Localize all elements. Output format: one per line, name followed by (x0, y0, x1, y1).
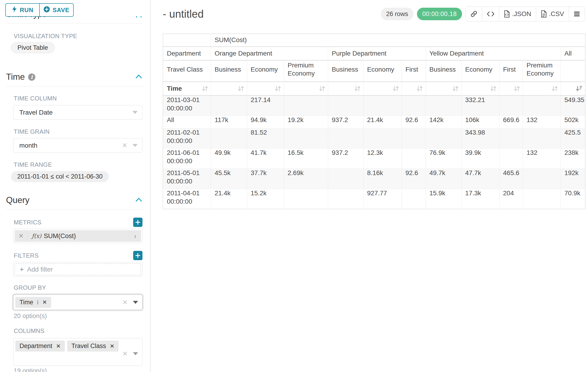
sort-icon[interactable] (274, 85, 282, 92)
collapse-section-icon[interactable] (135, 197, 143, 203)
time-range-pill[interactable]: 2011-01-01 ≤ col < 2011-06-30 (11, 171, 109, 182)
expand-metric-icon[interactable]: › (129, 230, 141, 242)
data-cell (499, 148, 523, 169)
visualization-type-label: VISUALIZATION TYPE (14, 32, 77, 40)
travel-class-axis-label: Travel Class (163, 60, 211, 82)
collapse-section-icon[interactable] (135, 74, 143, 80)
sort-icon[interactable] (392, 85, 399, 92)
sort-icon[interactable] (513, 85, 520, 92)
share-link-button[interactable] (466, 7, 482, 21)
sortable-column-header (461, 82, 499, 95)
row-header-time: 2011-05-01 00:00:00 (163, 169, 211, 189)
export-json-button[interactable]: .JSON (499, 7, 536, 21)
sort-icon[interactable] (238, 85, 244, 92)
remove-chip-icon[interactable]: ✕ (42, 299, 47, 306)
data-cell: 92.6 (402, 116, 426, 128)
chart-type-collapse-icon[interactable] (136, 16, 142, 17)
data-cell (402, 148, 426, 169)
pivot-table: SUM(Cost)DepartmentOrange DepartmentPurp… (163, 33, 586, 209)
data-cell (523, 95, 561, 116)
data-cell: 49.9k (211, 148, 247, 169)
time-grain-select[interactable]: month ✕ (13, 138, 142, 153)
run-button[interactable]: RUN (5, 3, 40, 17)
columns-label: COLUMNS (14, 327, 44, 335)
department-group-header: All (561, 46, 585, 60)
chevron-down-icon[interactable] (133, 111, 137, 114)
time-grain-value: month (19, 142, 122, 149)
data-cell (499, 128, 523, 148)
time-label: Time (167, 85, 182, 92)
data-cell: 21.4k (363, 116, 402, 128)
department-axis-label: Department (163, 46, 211, 60)
data-cell: 343.98 (461, 128, 499, 148)
columns-chips: Department✕Travel Class✕ (15, 340, 123, 351)
filters-label-row: FILTERS (14, 251, 142, 260)
data-cell (402, 128, 426, 148)
field-chip[interactable]: Travel Class✕ (67, 340, 118, 351)
link-icon (470, 11, 477, 17)
clear-icon[interactable]: ✕ (123, 350, 128, 358)
travel-class-header: First (499, 60, 523, 82)
export-csv-button[interactable]: .CSV (536, 7, 569, 21)
data-cell: 2.69k (284, 169, 328, 189)
data-cell: 76.9k (426, 148, 461, 169)
travel-class-header: Economy (461, 60, 499, 82)
chevron-down-icon[interactable] (133, 144, 137, 147)
remove-metric-icon[interactable]: ✕ (15, 230, 28, 242)
save-button[interactable]: SAVE (39, 3, 74, 17)
row-header-time: 2011-06-01 00:00:00 (163, 148, 211, 169)
chevron-down-icon[interactable] (133, 301, 138, 304)
field-chip[interactable]: Department✕ (15, 340, 65, 351)
remove-chip-icon[interactable]: ✕ (110, 343, 114, 350)
add-filter-dropzone[interactable]: + Add filter (15, 263, 141, 275)
sort-icon[interactable] (551, 85, 558, 92)
sort-icon[interactable] (452, 85, 459, 92)
plus-circle-icon (43, 6, 50, 14)
add-filter-button[interactable] (133, 251, 142, 260)
time-column-select[interactable]: Travel Date (13, 105, 142, 120)
sortable-column-header (328, 82, 363, 95)
data-cell (402, 95, 426, 116)
add-metric-button[interactable] (133, 218, 142, 227)
embed-code-button[interactable] (482, 7, 499, 21)
chevron-down-icon[interactable] (133, 352, 138, 355)
sort-icon[interactable] (319, 85, 326, 92)
filters-label: FILTERS (14, 252, 39, 259)
time-range-label: TIME RANGE (14, 161, 52, 168)
sortable-column-header (284, 82, 328, 95)
data-cell: 937.2 (328, 148, 363, 169)
data-cell (284, 128, 328, 148)
data-cell: 238k (561, 148, 585, 169)
metric-pill[interactable]: ✕ ƒ(x) SUM(Cost) › (15, 230, 141, 242)
table-row: 2011-05-01 00:00:0045.5k37.7k2.69k8.16k9… (163, 169, 585, 189)
sort-desc-icon[interactable] (575, 85, 583, 92)
sort-icon[interactable] (416, 85, 423, 92)
results-menu-button[interactable] (569, 7, 585, 21)
group-by-chips: Timei✕ (15, 297, 123, 308)
travel-class-header: Business (211, 60, 247, 82)
chart-title[interactable]: - untitled (163, 8, 204, 20)
sort-icon[interactable] (201, 85, 209, 92)
visualization-type-pill[interactable]: Pivot Table (11, 42, 55, 53)
clear-icon[interactable]: ✕ (122, 142, 127, 149)
data-cell: 16.5k (284, 148, 328, 169)
data-cell (523, 169, 561, 189)
remove-chip-icon[interactable]: ✕ (56, 343, 61, 350)
data-cell: 37.7k (247, 169, 284, 189)
row-count-badge: 26 rows (381, 8, 413, 20)
field-chip[interactable]: Timei✕ (15, 297, 51, 308)
row-header-time: 2011-04-01 00:00:00 (163, 189, 211, 209)
data-cell (363, 128, 402, 148)
clear-icon[interactable]: ✕ (123, 298, 128, 306)
data-cell: 142k (426, 116, 461, 128)
columns-select[interactable]: Department✕Travel Class✕ ✕ (13, 338, 142, 366)
sort-icon[interactable] (354, 85, 361, 92)
data-cell (328, 95, 363, 116)
lightning-icon (12, 6, 17, 14)
json-file-icon (504, 10, 510, 18)
sortable-column-header (499, 82, 523, 95)
group-by-select[interactable]: Timei✕ ✕ (13, 295, 142, 310)
table-row: 2011-04-01 00:00:0021.4k15.2k927.7715.9k… (163, 189, 585, 209)
travel-class-header: Premium Economy (284, 60, 328, 82)
sort-icon[interactable] (490, 85, 497, 92)
